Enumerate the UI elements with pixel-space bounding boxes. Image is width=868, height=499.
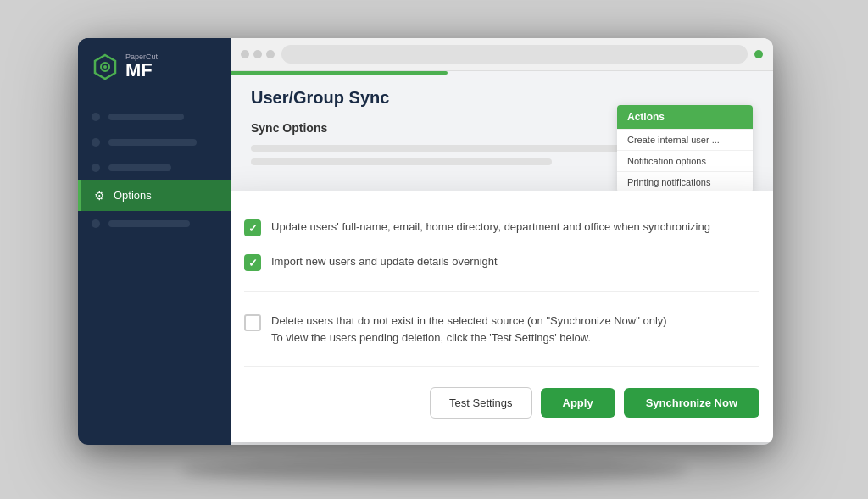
checkbox-2-label: Import new users and update details over… — [271, 253, 498, 270]
divider-2 — [244, 366, 760, 367]
checkbox-1-label: Update users' full-name, email, home dir… — [271, 219, 710, 236]
url-bar — [281, 45, 748, 64]
modal-footer: Test Settings Apply Synchronize Now — [244, 387, 760, 419]
checkbox-3[interactable] — [244, 314, 261, 331]
browser-window: PaperCut MF ⚙ — [78, 38, 773, 445]
close-button[interactable] — [241, 50, 249, 58]
modal-overlay: ✓ Update users' full-name, email, home d… — [231, 122, 773, 445]
nav-dot-1 — [92, 113, 100, 121]
sidebar-nav: ⚙ Options — [78, 97, 231, 445]
checkbox-row-3: Delete users that do not exist in the se… — [244, 313, 760, 346]
main-content: User/Group Sync Sync Options Actions Cre… — [231, 38, 773, 445]
nav-dot-3 — [92, 164, 100, 172]
checkbox-row-2: ✓ Import new users and update details ov… — [244, 253, 760, 271]
test-settings-button[interactable]: Test Settings — [430, 387, 531, 419]
checkbox-row-1: ✓ Update users' full-name, email, home d… — [244, 219, 760, 236]
apply-button[interactable]: Apply — [541, 388, 615, 418]
sidebar-item-options[interactable]: ⚙ Options — [78, 180, 231, 211]
page-content: User/Group Sync Sync Options Actions Cre… — [231, 71, 773, 445]
nav-dot-5 — [92, 219, 100, 228]
sidebar-item-1[interactable] — [78, 104, 231, 130]
logo-area: PaperCut MF — [92, 53, 217, 80]
nav-bar-1 — [108, 114, 184, 120]
checkmark-2: ✓ — [248, 258, 258, 269]
nav-dot-2 — [92, 138, 100, 147]
checkbox-3-sublabel: To view the users pending deletion, clic… — [271, 330, 667, 347]
checkbox-2[interactable]: ✓ — [244, 254, 261, 271]
modal-dialog: ✓ Update users' full-name, email, home d… — [231, 191, 773, 442]
maximize-button[interactable] — [266, 50, 275, 58]
divider — [244, 291, 760, 292]
sidebar: PaperCut MF ⚙ — [78, 38, 231, 445]
checkbox-3-label: Delete users that do not exist in the se… — [271, 313, 667, 330]
minimize-button[interactable] — [253, 50, 262, 58]
screen-wrapper: PaperCut MF ⚙ — [70, 30, 798, 470]
logo-text: PaperCut MF — [125, 53, 158, 80]
sidebar-item-3[interactable] — [78, 155, 231, 180]
papercut-logo-icon — [92, 53, 119, 80]
bottom-shadow — [180, 457, 688, 483]
progress-bar — [231, 71, 448, 75]
sidebar-item-2[interactable] — [78, 130, 231, 155]
nav-bar-2 — [108, 139, 197, 146]
options-label: Options — [114, 189, 152, 202]
synchronize-now-button[interactable]: Synchronize Now — [624, 388, 760, 418]
status-indicator — [754, 50, 763, 58]
checkbox-3-text: Delete users that do not exist in the se… — [271, 313, 667, 346]
checkbox-1[interactable]: ✓ — [244, 219, 261, 236]
svg-point-2 — [103, 65, 107, 69]
gear-icon: ⚙ — [94, 189, 105, 202]
browser-topbar — [231, 38, 773, 71]
checkmark-1: ✓ — [248, 223, 258, 234]
logo-large: MF — [125, 61, 158, 80]
sidebar-header: PaperCut MF — [78, 38, 231, 97]
traffic-lights — [241, 50, 275, 58]
nav-bar-5 — [108, 220, 190, 227]
nav-bar-3 — [108, 164, 171, 171]
sidebar-item-5[interactable] — [78, 211, 231, 236]
